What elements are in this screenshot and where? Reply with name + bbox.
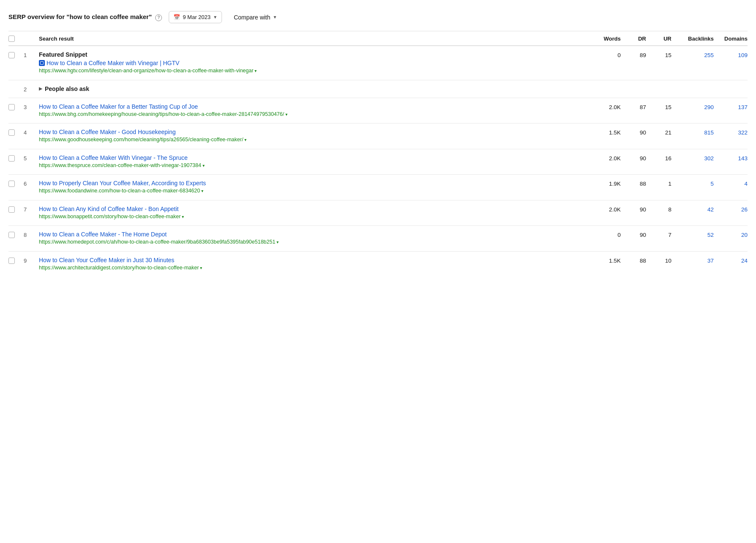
page-title: SERP overview for "how to clean coffee m… (8, 13, 162, 21)
backlinks-cell[interactable]: 52 (671, 231, 714, 238)
rank-number: 2 (24, 85, 39, 93)
backlinks-cell[interactable]: 37 (671, 257, 714, 264)
backlinks-cell[interactable]: 290 (671, 103, 714, 110)
domains-cell[interactable]: 137 (714, 103, 748, 110)
url-dropdown-icon[interactable]: ▾ (201, 163, 205, 168)
result-content: How to Properly Clean Your Coffee Maker,… (39, 180, 587, 195)
result-link[interactable]: How to Clean Any Kind of Coffee Maker - … (39, 206, 587, 212)
url-dropdown-icon[interactable]: ▾ (181, 214, 184, 219)
title-prefix: SERP overview for (8, 13, 66, 20)
domains-cell[interactable]: 26 (714, 206, 748, 213)
header-checkbox-cell[interactable] (8, 36, 24, 42)
col-dr: DR (621, 36, 646, 42)
result-content: How to Clean a Coffee Maker for a Better… (39, 103, 587, 118)
backlinks-cell[interactable]: 255 (671, 51, 714, 58)
calendar-icon: 📅 (173, 14, 180, 20)
dr-cell: 90 (621, 154, 646, 162)
table-body: 1Featured SnippetHow to Clean a Coffee M… (8, 46, 748, 277)
row-checkbox[interactable] (8, 181, 15, 187)
dr-cell: 88 (621, 257, 646, 264)
url-dropdown-icon[interactable]: ▾ (275, 240, 279, 244)
select-all-checkbox[interactable] (8, 36, 15, 42)
checkbox-cell (8, 85, 24, 86)
checkbox-cell (8, 231, 24, 238)
result-url: https://www.foodandwine.com/how-to-clean… (39, 187, 587, 195)
table-row: 5How to Clean a Coffee Maker With Vinega… (8, 149, 748, 175)
url-dropdown-icon[interactable]: ▾ (284, 112, 288, 117)
backlinks-cell[interactable]: 5 (671, 180, 714, 187)
ur-cell (646, 85, 671, 86)
checkbox-cell (8, 51, 24, 58)
result-link[interactable]: How to Clean a Coffee Maker - Good House… (39, 129, 587, 135)
row-checkbox[interactable] (8, 129, 15, 136)
table-row: 2▶ People also ask (8, 80, 748, 98)
checkbox-cell (8, 206, 24, 213)
backlinks-cell[interactable]: 42 (671, 206, 714, 213)
backlinks-cell[interactable]: 302 (671, 154, 714, 162)
words-cell: 2.0K (587, 103, 621, 110)
dr-cell: 90 (621, 231, 646, 238)
backlinks-cell[interactable]: 815 (671, 129, 714, 136)
domains-cell[interactable]: 4 (714, 180, 748, 187)
result-url: https://www.bonappetit.com/story/how-to-… (39, 213, 587, 221)
dr-cell: 90 (621, 129, 646, 136)
result-link[interactable]: How to Clean Your Coffee Maker in Just 3… (39, 257, 587, 263)
result-link[interactable]: How to Clean a Coffee Maker for a Better… (39, 103, 587, 110)
title-query: "how to clean coffee maker" (66, 13, 152, 20)
ur-cell: 15 (646, 103, 671, 110)
words-cell: 2.0K (587, 154, 621, 162)
ur-cell: 10 (646, 257, 671, 264)
checkbox-cell (8, 180, 24, 187)
words-cell: 1.5K (587, 129, 621, 136)
result-url: https://www.hgtv.com/lifestyle/clean-and… (39, 67, 587, 75)
col-domains: Domains (714, 36, 748, 42)
result-content: ▶ People also ask (39, 85, 587, 92)
link-icon (39, 60, 45, 66)
date-label: 9 Mar 2023 (183, 14, 211, 20)
ur-cell: 7 (646, 231, 671, 238)
dr-cell: 90 (621, 206, 646, 213)
table-row: 7How to Clean Any Kind of Coffee Maker -… (8, 200, 748, 226)
compare-with-button[interactable]: Compare with ▼ (229, 11, 282, 23)
row-checkbox[interactable] (8, 155, 15, 162)
help-icon[interactable]: ? (155, 14, 162, 21)
result-content: How to Clean Any Kind of Coffee Maker - … (39, 206, 587, 221)
result-content: How to Clean a Coffee Maker With Vinegar… (39, 154, 587, 170)
rank-number: 1 (24, 51, 39, 58)
result-link[interactable]: How to Clean a Coffee Maker with Vinegar… (39, 60, 587, 66)
url-dropdown-icon[interactable]: ▾ (253, 69, 257, 73)
row-checkbox[interactable] (8, 258, 15, 264)
table-row: 4How to Clean a Coffee Maker - Good Hous… (8, 123, 748, 149)
url-dropdown-icon[interactable]: ▾ (199, 266, 202, 270)
row-checkbox[interactable] (8, 52, 15, 58)
domains-cell[interactable]: 322 (714, 129, 748, 136)
result-link[interactable]: How to Properly Clean Your Coffee Maker,… (39, 180, 587, 186)
result-link[interactable]: How to Clean a Coffee Maker - The Home D… (39, 231, 587, 238)
rank-number: 7 (24, 206, 39, 213)
checkbox-cell (8, 103, 24, 110)
url-dropdown-icon[interactable]: ▾ (200, 189, 203, 193)
url-dropdown-icon[interactable]: ▾ (243, 137, 247, 142)
row-checkbox[interactable] (8, 104, 15, 110)
date-picker-button[interactable]: 📅 9 Mar 2023 ▼ (169, 11, 222, 23)
rank-number: 8 (24, 231, 39, 238)
domains-cell[interactable]: 143 (714, 154, 748, 162)
domains-cell[interactable]: 109 (714, 51, 748, 58)
domains-cell[interactable]: 24 (714, 257, 748, 264)
ur-cell: 16 (646, 154, 671, 162)
table-row: 6How to Properly Clean Your Coffee Maker… (8, 175, 748, 200)
words-cell: 1.9K (587, 180, 621, 187)
col-words: Words (587, 36, 621, 42)
expand-triangle-icon[interactable]: ▶ (39, 86, 42, 91)
result-content: How to Clean a Coffee Maker - Good House… (39, 129, 587, 144)
row-checkbox[interactable] (8, 206, 15, 213)
chevron-down-icon: ▼ (273, 15, 277, 19)
result-content: How to Clean Your Coffee Maker in Just 3… (39, 257, 587, 272)
row-checkbox[interactable] (8, 232, 15, 238)
rank-number: 3 (24, 103, 39, 110)
dr-cell: 89 (621, 51, 646, 58)
domains-cell[interactable]: 20 (714, 231, 748, 238)
result-content: How to Clean a Coffee Maker - The Home D… (39, 231, 587, 246)
result-link[interactable]: How to Clean a Coffee Maker With Vinegar… (39, 154, 587, 161)
backlinks-cell (671, 85, 714, 86)
